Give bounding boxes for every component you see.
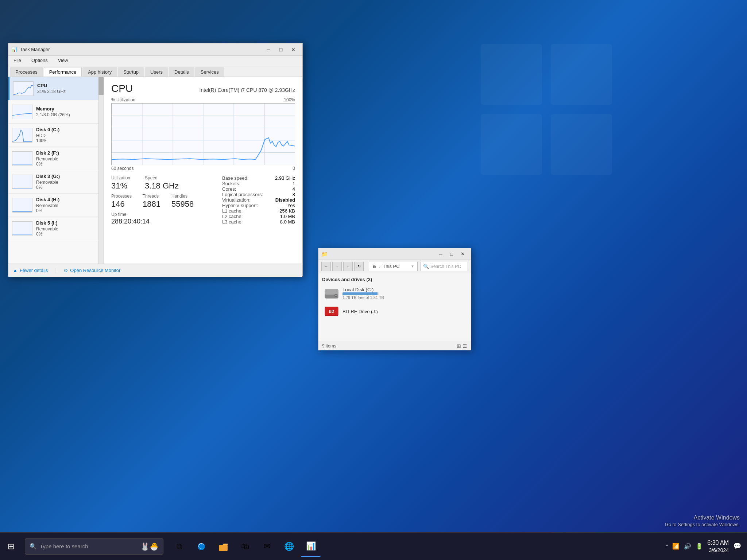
taskbar-clock[interactable]: 6:30 AM 3/6/2024 [707, 539, 729, 554]
l3-value: 8.0 MB [280, 219, 295, 225]
cpu-time-label: 60 seconds [111, 166, 133, 171]
fe-item-local-disk[interactable]: Local Disk (C:) 1.79 TB free of 1.81 TB [322, 285, 467, 301]
tray-wifi-icon[interactable]: 📶 [672, 543, 680, 550]
fe-address-bar[interactable]: 🖥 › This PC ▼ [369, 262, 418, 271]
base-speed-label: Base speed: [222, 175, 248, 181]
svg-rect-9 [12, 198, 32, 212]
local-disk-bar-fill [342, 292, 378, 295]
fe-forward-button[interactable]: → [332, 262, 342, 271]
taskbar-browser2[interactable]: 🌐 [279, 536, 299, 557]
minimize-button[interactable]: ─ [262, 44, 275, 55]
fe-address-text: This PC [383, 264, 399, 269]
fe-grid-view-icon[interactable]: ⊞ [457, 343, 461, 349]
fe-maximize-button[interactable]: □ [446, 249, 457, 259]
logical-value: 8 [293, 192, 295, 197]
sockets-label: Sockets: [222, 181, 240, 186]
taskbar-task-manager-app[interactable]: 📊 [301, 536, 321, 557]
tab-app-history[interactable]: App history [82, 67, 117, 77]
disk2-mini-graph [12, 151, 32, 166]
cpu-stats-info: Utilization 31% Speed 3.18 GHz Processes… [111, 175, 295, 225]
activate-line1: Activate Windows [665, 514, 740, 521]
maximize-button[interactable]: □ [275, 44, 287, 55]
start-button[interactable]: ⊞ [0, 533, 22, 560]
sidebar-scroll-thumb[interactable] [98, 77, 104, 95]
info-virtualization: Virtualization: Disabled [222, 197, 295, 203]
sidebar-item-memory[interactable]: Memory 2.1/8.0 GB (26%) [8, 100, 104, 124]
info-cores: Cores: 4 [222, 186, 295, 192]
hyperv-label: Hyper-V support: [222, 203, 258, 208]
notification-icon[interactable]: 💬 [733, 542, 741, 550]
taskbar-easter-eggs: 🐰🐣 [140, 542, 159, 551]
sidebar-item-disk2[interactable]: Disk 2 (F:) Removable0% [8, 147, 104, 170]
activate-windows-watermark: Activate Windows Go to Settings to activ… [665, 514, 740, 527]
taskbar-edge[interactable] [191, 536, 212, 557]
tray-expand-icon[interactable]: ^ [666, 544, 668, 549]
menu-file[interactable]: File [11, 57, 23, 64]
local-disk-info: Local Disk (C:) 1.79 TB free of 1.81 TB [342, 287, 465, 300]
fe-refresh-button[interactable]: ↻ [354, 262, 364, 271]
taskbar-search-box[interactable]: 🔍 Type here to search 🐰🐣 [25, 538, 163, 555]
taskbar-mail[interactable]: ✉ [257, 536, 277, 557]
menu-view[interactable]: View [56, 57, 70, 64]
sidebar-item-disk3[interactable]: Disk 3 (G:) Removable0% [8, 170, 104, 194]
stat-utilization: Utilization 31% [111, 175, 130, 191]
fe-item-bdre[interactable]: BD BD-RE Drive (J:) [322, 303, 467, 319]
sidebar-item-cpu[interactable]: CPU 31% 3.18 GHz [8, 77, 104, 100]
svg-point-23 [335, 295, 337, 296]
l2-value: 1.0 MB [280, 214, 295, 219]
tray-volume-icon[interactable]: 🔊 [684, 543, 691, 550]
fe-list-view-icon[interactable]: ☰ [462, 343, 467, 349]
bdre-info: BD-RE Drive (J:) [342, 309, 465, 314]
sidebar-item-disk0[interactable]: Disk 0 (C:) HDD100% [8, 124, 104, 147]
sidebar-item-disk4[interactable]: Disk 4 (H:) Removable0% [8, 194, 104, 217]
cpu-time-zero: 0 [293, 166, 295, 171]
fe-status-text: 9 items [322, 343, 336, 349]
tab-users[interactable]: Users [145, 67, 168, 77]
disk0-sidebar-info: Disk 0 (C:) HDD100% [36, 127, 100, 143]
disk5-mini-graph [12, 221, 32, 236]
virtualization-value: Disabled [275, 197, 295, 203]
tray-battery-icon[interactable]: 🔋 [696, 543, 703, 550]
open-resource-monitor-button[interactable]: ⊙ Open Resource Monitor [64, 268, 120, 273]
tab-startup[interactable]: Startup [118, 67, 144, 77]
menu-options[interactable]: Options [29, 57, 50, 64]
memory-sidebar-detail: 2.1/8.0 GB (26%) [36, 112, 100, 117]
sidebar-scrollbar[interactable] [98, 77, 104, 264]
cpu-utilization-label: % Utilization [111, 97, 135, 102]
l3-label: L3 cache: [222, 219, 243, 225]
taskbar-apps: ⧉ 🛍 ✉ 🌐 📊 [169, 536, 321, 557]
taskbar-task-view[interactable]: ⧉ [169, 536, 190, 557]
fe-content: Devices and drives (2) Local Disk (C:) [318, 273, 471, 341]
cpu-graph-container: % Utilization 100% [111, 97, 295, 171]
tab-performance[interactable]: Performance [44, 67, 82, 77]
taskbar: ⊞ 🔍 Type here to search 🐰🐣 ⧉ 🛍 ✉ 🌐 📊 ^ [0, 532, 747, 560]
svg-rect-1 [551, 44, 612, 105]
sidebar-item-disk5[interactable]: Disk 5 (I:) Removable0% [8, 217, 104, 240]
disk2-sidebar-info: Disk 2 (F:) Removable0% [36, 150, 100, 167]
speed-label: Speed [145, 175, 179, 180]
fe-titlebar-icon: 📁 [321, 251, 328, 257]
tab-details[interactable]: Details [169, 67, 194, 77]
info-l1: L1 cache: 256 KB [222, 208, 295, 214]
fe-address-computer-icon: 🖥 [372, 264, 377, 269]
local-disk-icon [324, 287, 339, 300]
svg-text:BD: BD [329, 310, 334, 314]
fe-back-button[interactable]: ← [321, 262, 331, 271]
fe-close-button[interactable]: ✕ [457, 249, 468, 259]
uptime-label: Up time [111, 212, 215, 217]
fe-search-box[interactable]: 🔍 Search This PC [421, 262, 468, 271]
fe-minimize-button[interactable]: ─ [435, 249, 446, 259]
cpu-row2: Processes 146 Threads 1881 Handles 55958 [111, 194, 215, 209]
fewer-details-button[interactable]: ▲ Fewer details [13, 268, 48, 273]
utilization-label: Utilization [111, 175, 130, 180]
disk2-sidebar-name: Disk 2 (F:) [36, 150, 100, 156]
task-manager-title: Task Manager [20, 47, 262, 52]
stat-uptime: Up time 288:20:40:14 [111, 212, 215, 225]
taskbar-file-explorer[interactable] [213, 536, 233, 557]
tab-processes[interactable]: Processes [10, 67, 43, 77]
close-button[interactable]: ✕ [287, 44, 299, 55]
tab-services[interactable]: Services [195, 67, 224, 77]
fe-up-button[interactable]: ↑ [343, 262, 353, 271]
fe-section-title: Devices and drives (2) [322, 277, 467, 282]
taskbar-store[interactable]: 🛍 [235, 536, 255, 557]
